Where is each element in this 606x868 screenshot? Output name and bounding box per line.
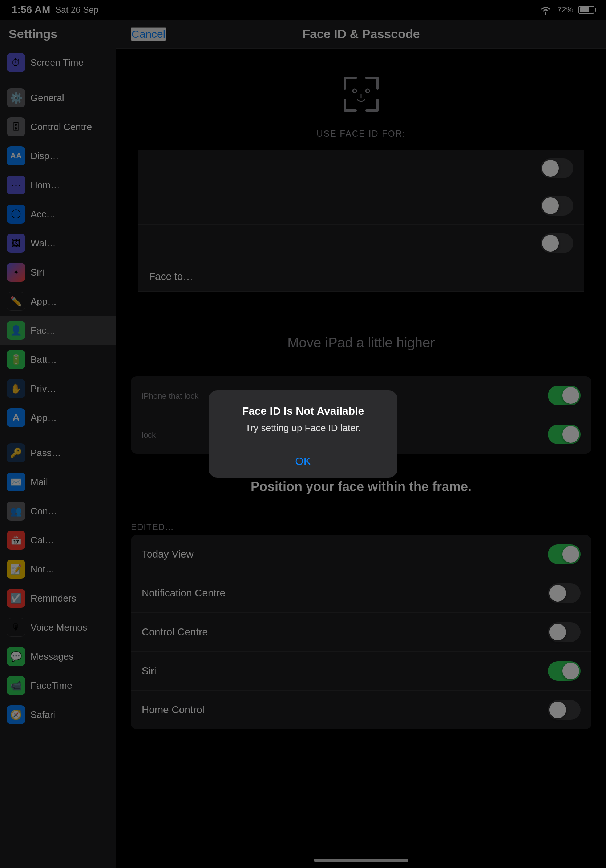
dialog-title: Face ID Is Not Available [222, 405, 384, 417]
dialog-message: Try setting up Face ID later. [222, 422, 384, 434]
dialog-content: Face ID Is Not Available Try setting up … [209, 391, 397, 445]
alert-dialog: Face ID Is Not Available Try setting up … [209, 391, 397, 477]
dialog-ok-button[interactable]: OK [209, 445, 397, 477]
dialog-overlay: Face ID Is Not Available Try setting up … [0, 0, 606, 868]
